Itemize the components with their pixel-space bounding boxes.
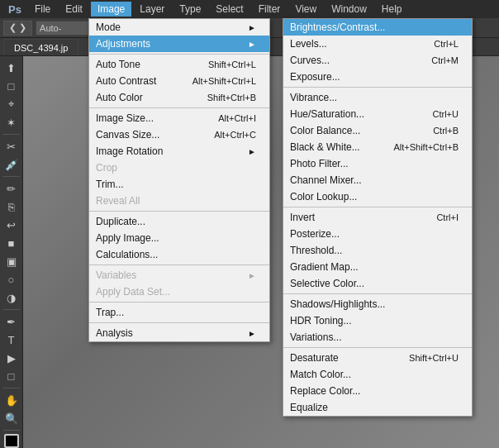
menu-item-color-balance[interactable]: Color Balance... Ctrl+B (283, 122, 472, 139)
menu-item-reveal-all: Reveal All (89, 193, 269, 209)
tool-text[interactable]: T (2, 331, 21, 348)
tool-path-selection[interactable]: ▶ (2, 350, 21, 366)
adjustments-submenu[interactable]: Brightness/Contrast... Levels... Ctrl+L … (283, 18, 473, 417)
menu-item-adjustments[interactable]: Adjustments ► (89, 36, 269, 52)
adj-separator-1 (283, 87, 472, 88)
ps-logo: Ps (3, 3, 26, 16)
tool-blur[interactable]: ○ (2, 271, 21, 288)
menu-layer[interactable]: Layer (133, 2, 171, 17)
menu-item-threshold[interactable]: Threshold... (283, 242, 472, 259)
tool-divider-1 (3, 134, 20, 135)
image-menu-dropdown[interactable]: Mode ► Adjustments ► Auto Tone Shift+Ctr… (88, 18, 270, 342)
separator-4 (89, 265, 269, 265)
menu-item-gradient-map[interactable]: Gradient Map... (283, 259, 472, 275)
menu-item-trap[interactable]: Trap... (89, 304, 269, 321)
menu-item-replace-color[interactable]: Replace Color... (283, 383, 472, 399)
tool-clone[interactable]: ⎘ (2, 198, 21, 215)
tool-crop[interactable]: ✂ (2, 138, 21, 155)
menu-image[interactable]: Image (91, 2, 131, 17)
menu-item-auto-contrast[interactable]: Auto Contrast Alt+Shift+Ctrl+L (89, 73, 269, 89)
tool-gradient[interactable]: ▣ (2, 253, 21, 269)
menu-item-image-rotation[interactable]: Image Rotation ► (89, 143, 269, 160)
tool-marquee[interactable]: □ (2, 78, 21, 94)
menu-item-analysis[interactable]: Analysis ► (89, 325, 269, 341)
arrow-tool-btn[interactable]: ❮ ❯ (3, 21, 32, 36)
menu-item-image-size[interactable]: Image Size... Alt+Ctrl+I (89, 110, 269, 126)
tool-eyedropper[interactable]: 💉 (2, 156, 21, 173)
menu-bar: Ps File Edit Image Layer Type Select Fil… (0, 0, 499, 18)
tool-divider-4 (3, 388, 20, 388)
tool-hand[interactable]: ✋ (2, 392, 21, 408)
menu-item-canvas-size[interactable]: Canvas Size... Alt+Ctrl+C (89, 126, 269, 143)
menu-item-mode[interactable]: Mode ► (89, 19, 269, 36)
separator-3 (89, 211, 269, 212)
menu-item-duplicate[interactable]: Duplicate... (89, 213, 269, 230)
menu-item-curves[interactable]: Curves... Ctrl+M (283, 52, 472, 69)
left-tool-panel: ⬆ □ ⌖ ✶ ✂ 💉 ✏ ⎘ ↩ ■ ▣ ○ ◑ ✒ T ▶ □ ✋ 🔍 (0, 56, 23, 448)
menu-item-vibrance[interactable]: Vibrance... (283, 89, 472, 106)
menu-item-photo-filter[interactable]: Photo Filter... (283, 155, 472, 172)
menu-item-black-white[interactable]: Black & White... Alt+Shift+Ctrl+B (283, 139, 472, 155)
menu-item-exposure[interactable]: Exposure... (283, 69, 472, 85)
menu-window[interactable]: Window (325, 2, 373, 17)
menu-item-invert[interactable]: Invert Ctrl+I (283, 209, 472, 226)
separator-1 (89, 54, 269, 55)
menu-item-trim[interactable]: Trim... (89, 176, 269, 193)
tool-dodge[interactable]: ◑ (2, 289, 21, 306)
menu-select[interactable]: Select (209, 2, 249, 17)
tool-eraser[interactable]: ■ (2, 235, 21, 251)
menu-item-variations[interactable]: Variations... (283, 329, 472, 346)
tool-shape[interactable]: □ (2, 368, 21, 384)
adj-separator-4 (283, 347, 472, 348)
tool-divider-3 (3, 309, 20, 310)
menu-item-apply-image[interactable]: Apply Image... (89, 230, 269, 246)
separator-2 (89, 107, 269, 108)
tool-divider-5 (3, 430, 20, 431)
menu-item-desaturate[interactable]: Desaturate Shift+Ctrl+U (283, 350, 472, 366)
tool-foreground-color[interactable] (4, 434, 19, 448)
tab-dsc4394[interactable]: DSC_4394.jp (3, 39, 78, 55)
menu-item-shadows-highlights[interactable]: Shadows/Highlights... (283, 296, 472, 312)
menu-item-color-lookup[interactable]: Color Lookup... (283, 188, 472, 205)
menu-item-match-color[interactable]: Match Color... (283, 366, 472, 383)
separator-6 (89, 322, 269, 323)
tool-pen[interactable]: ✒ (2, 313, 21, 330)
menu-type[interactable]: Type (173, 2, 207, 17)
tool-divider-2 (3, 176, 20, 177)
menu-filter[interactable]: Filter (252, 2, 288, 17)
menu-item-crop: Crop (89, 160, 269, 176)
menu-item-channel-mixer[interactable]: Channel Mixer... (283, 172, 472, 188)
adj-separator-2 (283, 207, 472, 207)
menu-item-auto-tone[interactable]: Auto Tone Shift+Ctrl+L (89, 56, 269, 73)
tool-brush[interactable]: ✏ (2, 180, 21, 197)
menu-edit[interactable]: Edit (59, 2, 89, 17)
menu-item-hdr-toning[interactable]: HDR Toning... (283, 312, 472, 329)
tool-move[interactable]: ⬆ (2, 60, 21, 76)
menu-view[interactable]: View (288, 2, 323, 17)
tool-history-brush[interactable]: ↩ (2, 217, 21, 233)
tool-zoom[interactable]: 🔍 (2, 410, 21, 427)
menu-item-hue-saturation[interactable]: Hue/Saturation... Ctrl+U (283, 106, 472, 122)
tool-lasso[interactable]: ⌖ (2, 96, 21, 112)
menu-item-brightness-contrast[interactable]: Brightness/Contrast... (283, 19, 472, 36)
menu-file[interactable]: File (28, 2, 57, 17)
menu-item-apply-data-set: Apply Data Set... (89, 284, 269, 300)
menu-item-calculations[interactable]: Calculations... (89, 246, 269, 263)
menu-item-variables: Variables ► (89, 267, 269, 284)
menu-help[interactable]: Help (375, 2, 409, 17)
menu-item-auto-color[interactable]: Auto Color Shift+Ctrl+B (89, 89, 269, 106)
separator-5 (89, 302, 269, 303)
menu-item-selective-color[interactable]: Selective Color... (283, 275, 472, 292)
adj-separator-3 (283, 293, 472, 294)
menu-item-levels[interactable]: Levels... Ctrl+L (283, 36, 472, 52)
menu-item-equalize[interactable]: Equalize (283, 399, 472, 416)
tool-magic-wand[interactable]: ✶ (2, 114, 21, 131)
menu-item-posterize[interactable]: Posterize... (283, 226, 472, 242)
